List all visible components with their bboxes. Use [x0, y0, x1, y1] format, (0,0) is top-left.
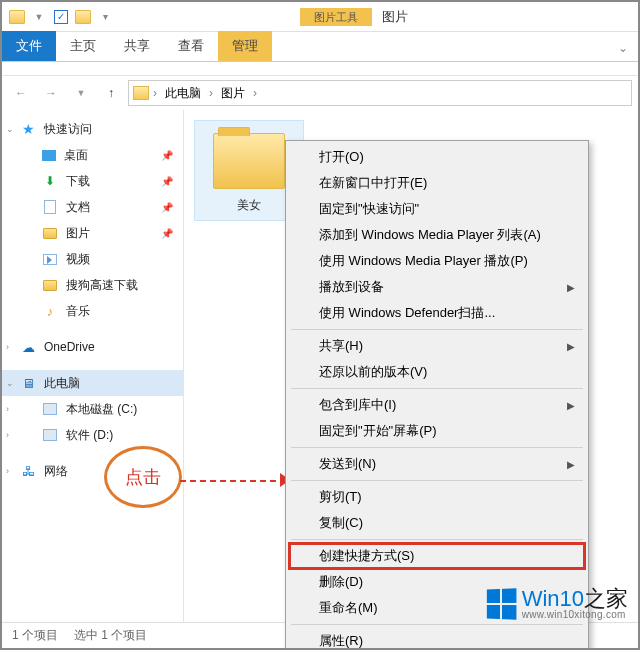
submenu-arrow-icon: ▶ [567, 400, 575, 411]
tab-view[interactable]: 查看 [164, 31, 218, 61]
chevron-right-icon[interactable]: › [6, 342, 9, 352]
ctx-separator [291, 329, 583, 330]
context-menu: 打开(O) 在新窗口中打开(E) 固定到"快速访问" 添加到 Windows M… [285, 140, 589, 650]
properties-qat-icon[interactable]: ✓ [52, 8, 70, 26]
ctx-open-new-window[interactable]: 在新窗口中打开(E) [289, 170, 585, 196]
folder-large-icon [213, 133, 285, 189]
sidebar-sogou[interactable]: 搜狗高速下载 [2, 272, 183, 298]
nav-up-button[interactable]: ↑ [98, 80, 124, 106]
sidebar-item-label: 视频 [66, 251, 90, 268]
chevron-down-icon[interactable]: ⌄ [6, 124, 14, 134]
ctx-separator [291, 480, 583, 481]
window-title: 图片 [382, 8, 408, 26]
submenu-arrow-icon: ▶ [567, 459, 575, 470]
ctx-cut[interactable]: 剪切(T) [289, 484, 585, 510]
sidebar-network[interactable]: › 🖧 网络 [2, 458, 183, 484]
sidebar-item-label: OneDrive [44, 340, 95, 354]
breadcrumb-this-pc[interactable]: 此电脑 [161, 83, 205, 104]
ctx-delete[interactable]: 删除(D) [289, 569, 585, 595]
chevron-right-icon[interactable]: › [253, 86, 257, 100]
ctx-label: 共享(H) [319, 337, 363, 355]
sidebar-pictures[interactable]: 图片 📌 [2, 220, 183, 246]
network-icon: 🖧 [20, 463, 36, 479]
ctx-pin-to-start[interactable]: 固定到"开始"屏幕(P) [289, 418, 585, 444]
ribbon-expand-icon[interactable]: ⌄ [608, 35, 638, 61]
sidebar-this-pc[interactable]: ⌄ 🖥 此电脑 [2, 370, 183, 396]
ctx-separator [291, 447, 583, 448]
document-icon [42, 199, 58, 215]
download-icon: ⬇ [42, 173, 58, 189]
ctx-label: 固定到"快速访问" [319, 200, 419, 218]
sidebar-item-label: 桌面 [64, 147, 88, 164]
tab-share[interactable]: 共享 [110, 31, 164, 61]
disk-icon [42, 401, 58, 417]
nav-forward-button[interactable]: → [38, 80, 64, 106]
sidebar-music[interactable]: ♪ 音乐 [2, 298, 183, 324]
ctx-label: 使用 Windows Media Player 播放(P) [319, 252, 528, 270]
tab-manage[interactable]: 管理 [218, 31, 272, 61]
ctx-label: 固定到"开始"屏幕(P) [319, 422, 437, 440]
ctx-separator [291, 388, 583, 389]
pin-icon: 📌 [161, 176, 173, 187]
ctx-share[interactable]: 共享(H)▶ [289, 333, 585, 359]
sidebar-disk-d[interactable]: › 软件 (D:) [2, 422, 183, 448]
folder-icon [42, 277, 58, 293]
submenu-arrow-icon: ▶ [567, 282, 575, 293]
chevron-right-icon[interactable]: › [209, 86, 213, 100]
ribbon-spacer [2, 62, 638, 76]
breadcrumb[interactable]: › 此电脑 › 图片 › [128, 80, 632, 106]
breadcrumb-current[interactable]: 图片 [217, 83, 249, 104]
pin-icon: 📌 [161, 202, 173, 213]
chevron-right-icon[interactable]: › [6, 466, 9, 476]
tab-file[interactable]: 文件 [2, 31, 56, 61]
ctx-include-in-library[interactable]: 包含到库中(I)▶ [289, 392, 585, 418]
sidebar-documents[interactable]: 文档 📌 [2, 194, 183, 220]
qat-dropdown[interactable]: ▼ [30, 8, 48, 26]
ctx-add-wmp-list[interactable]: 添加到 Windows Media Player 列表(A) [289, 222, 585, 248]
ctx-pin-quick-access[interactable]: 固定到"快速访问" [289, 196, 585, 222]
chevron-down-icon[interactable]: ⌄ [6, 378, 14, 388]
ribbon-tabs: 文件 主页 共享 查看 管理 ⌄ [2, 32, 638, 62]
ctx-defender-scan[interactable]: 使用 Windows Defender扫描... [289, 300, 585, 326]
sidebar-quick-access[interactable]: ⌄ ★ 快速访问 [2, 116, 183, 142]
tab-home[interactable]: 主页 [56, 31, 110, 61]
sidebar-downloads[interactable]: ⬇ 下载 📌 [2, 168, 183, 194]
ctx-label: 属性(R) [319, 632, 363, 650]
sidebar-item-label: 下载 [66, 173, 90, 190]
video-icon [42, 251, 58, 267]
sidebar-desktop[interactable]: 桌面 📌 [2, 142, 183, 168]
pin-icon: 📌 [161, 150, 173, 161]
ctx-label: 复制(C) [319, 514, 363, 532]
nav-recent-dropdown[interactable]: ▼ [68, 80, 94, 106]
desktop-icon [42, 150, 56, 161]
ctx-restore-versions[interactable]: 还原以前的版本(V) [289, 359, 585, 385]
sidebar-disk-c[interactable]: › 本地磁盘 (C:) [2, 396, 183, 422]
sidebar-videos[interactable]: 视频 [2, 246, 183, 272]
chevron-right-icon[interactable]: › [6, 430, 9, 440]
ctx-copy[interactable]: 复制(C) [289, 510, 585, 536]
ctx-label: 剪切(T) [319, 488, 362, 506]
quick-access-toolbar: ▼ ✓ ▾ [2, 8, 120, 26]
ctx-open[interactable]: 打开(O) [289, 144, 585, 170]
ctx-create-shortcut[interactable]: 创建快捷方式(S) [289, 543, 585, 569]
sidebar-item-label: 软件 (D:) [66, 427, 113, 444]
ctx-properties[interactable]: 属性(R) [289, 628, 585, 650]
chevron-right-icon[interactable]: › [6, 404, 9, 414]
sidebar-item-label: 网络 [44, 463, 68, 480]
ctx-play-wmp[interactable]: 使用 Windows Media Player 播放(P) [289, 248, 585, 274]
ctx-send-to[interactable]: 发送到(N)▶ [289, 451, 585, 477]
ctx-label: 添加到 Windows Media Player 列表(A) [319, 226, 541, 244]
qat-overflow[interactable]: ▾ [96, 8, 114, 26]
new-folder-qat-icon[interactable] [74, 8, 92, 26]
chevron-right-icon[interactable]: › [153, 86, 157, 100]
path-folder-icon [133, 86, 149, 100]
sidebar-onedrive[interactable]: › ☁ OneDrive [2, 334, 183, 360]
ctx-cast-to-device[interactable]: 播放到设备▶ [289, 274, 585, 300]
folder-name-label: 美女 [201, 197, 297, 214]
ctx-label: 包含到库中(I) [319, 396, 396, 414]
nav-back-button[interactable]: ← [8, 80, 34, 106]
sidebar-item-label: 文档 [66, 199, 90, 216]
folder-icon [8, 8, 26, 26]
ctx-rename[interactable]: 重命名(M) [289, 595, 585, 621]
sidebar-item-label: 图片 [66, 225, 90, 242]
